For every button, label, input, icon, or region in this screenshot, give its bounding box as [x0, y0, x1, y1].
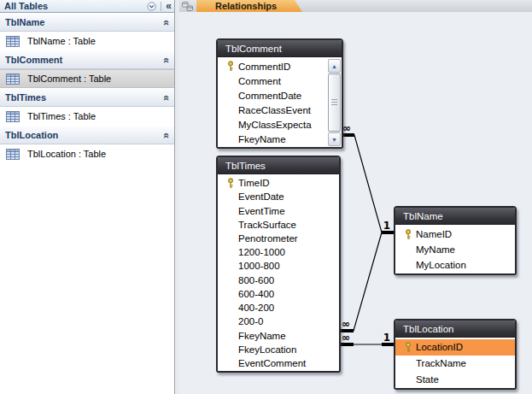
cardinality-many-label: ∞ [342, 318, 350, 330]
sidebar-group-header-tblname[interactable]: TblName« [0, 13, 174, 32]
cardinality-one-label: 1 [383, 220, 390, 232]
field-row-locationid[interactable]: LocationID [395, 339, 515, 356]
field-name: MyLocation [416, 260, 466, 270]
sidebar-item-label: TblName : Table [27, 36, 96, 46]
relationships-canvas: ∞1∞∞1 TblCommentCommentIDCommentCommentD… [179, 12, 532, 394]
shutter-bar-close-icon[interactable]: « [166, 2, 172, 10]
field-name: TimeID [238, 178, 270, 188]
sidebar-item-label: TblLocation : Table [27, 149, 106, 159]
table-box-field-list: LocationIDTrackNameState [395, 338, 515, 388]
field-name: MyName [416, 244, 455, 255]
table-box-tbllocation: TblLocationLocationIDTrackNameState [394, 319, 517, 390]
field-name: 600-400 [238, 289, 274, 299]
tab-relationships[interactable]: Relationships [196, 0, 302, 12]
field-name: FkeyLocation [238, 344, 296, 355]
table-box-field-list: TimeIDEventDateEventTimeTrackSurfacePeno… [218, 174, 339, 371]
field-row-600-400[interactable]: 600-400 [218, 287, 339, 301]
field-name: 400-200 [238, 303, 274, 313]
nav-pane: All Tables « TblName«TblName : TableTblC… [0, 0, 175, 394]
field-name: MyClassExpecta [238, 120, 312, 130]
table-icon [6, 36, 20, 47]
primary-key-icon [222, 61, 238, 72]
table-box-tblcomment: TblCommentCommentIDCommentCommentDateRac… [216, 38, 343, 149]
table-box-field-list: NameIDMyNameMyLocation [395, 225, 515, 273]
chevron-up-double-icon[interactable]: « [161, 95, 172, 100]
table-box-title-bar[interactable]: TblLocation [395, 320, 515, 338]
sidebar-group-header-tblcomment[interactable]: TblComment« [0, 50, 174, 69]
nav-pane-header[interactable]: All Tables « [0, 0, 174, 13]
field-row-trackname[interactable]: TrackName [395, 356, 515, 372]
scroll-down-icon[interactable]: ▼ [328, 132, 341, 146]
field-row-800-600[interactable]: 800-600 [218, 273, 339, 287]
field-name: Comment [238, 76, 281, 86]
field-row-400-200[interactable]: 400-200 [218, 301, 339, 315]
field-row-mylocation[interactable]: MyLocation [395, 257, 515, 273]
primary-key-icon [400, 229, 416, 240]
cardinality-many-label: ∞ [342, 122, 351, 134]
sidebar-group-list: TblName«TblName : TableTblComment«TblCom… [0, 13, 174, 163]
vertical-scrollbar[interactable]: ▲▼ [328, 59, 341, 146]
field-row-200-0[interactable]: 200-0 [218, 315, 339, 328]
primary-key-icon [222, 178, 238, 189]
field-row-myclassexpecta[interactable]: MyClassExpecta [218, 117, 342, 132]
tab-bar: Relationships [179, 0, 532, 13]
field-name: 800-600 [238, 275, 274, 285]
field-row-state[interactable]: State [395, 371, 515, 387]
field-row-eventdate[interactable]: EventDate [218, 190, 339, 203]
field-row-eventtime[interactable]: EventTime [218, 203, 339, 217]
field-name: EventDate [238, 191, 284, 202]
table-icon [6, 74, 20, 85]
chevron-down-circle-icon[interactable] [147, 2, 161, 11]
table-box-tblname: TblNameNameIDMyNameMyLocation [394, 206, 517, 275]
field-row-eventcomment[interactable]: EventComment [218, 356, 339, 370]
field-row-fkeylocation[interactable]: FkeyLocation [218, 343, 339, 356]
field-name: 1200-1000 [238, 247, 285, 257]
scroll-up-icon[interactable]: ▲ [328, 59, 341, 73]
field-row-fkeyname[interactable]: FkeyName [218, 328, 339, 342]
relationship-line-tblcomment-fkeyname-to-tblname-nameid[interactable]: ∞1 [339, 122, 395, 232]
chevron-up-double-icon[interactable]: « [161, 132, 172, 138]
group-title: TblComment [5, 55, 62, 65]
cardinality-one-label: 1 [383, 332, 390, 344]
field-name: State [416, 374, 439, 385]
sidebar-item-tbllocation[interactable]: TblLocation : Table [0, 144, 174, 163]
field-row-commentid[interactable]: CommentID [218, 59, 342, 74]
sidebar-item-tbltimes[interactable]: TblTimes : Table [0, 107, 174, 126]
table-box-title: TblLocation [403, 324, 453, 334]
field-row-raceclassevent[interactable]: RaceClassEvent [218, 103, 342, 117]
relationship-line-tbltimes-fkeylocation-to-tbllocation-locationid[interactable]: ∞1 [338, 332, 395, 344]
table-box-tbltimes: TblTimesTimeIDEventDateEventTimeTrackSur… [216, 156, 341, 373]
field-row-fkeyname[interactable]: FkeyName [218, 132, 342, 146]
field-row-myname[interactable]: MyName [395, 242, 515, 257]
sidebar-item-tblcomment[interactable]: TblComment : Table [0, 69, 174, 88]
scrollbar-thumb[interactable] [328, 74, 341, 132]
chevron-up-double-icon[interactable]: « [161, 20, 172, 25]
relationship-line-tbltimes-fkeyname-to-tblname-nameid[interactable]: ∞ [338, 232, 382, 331]
table-box-title-bar[interactable]: TblTimes [218, 157, 339, 174]
field-name: Penotrometer [238, 233, 298, 244]
tab-label: Relationships [215, 1, 277, 11]
field-row-nameid[interactable]: NameID [395, 226, 515, 242]
nav-pane-title: All Tables [4, 1, 147, 11]
chevron-up-double-icon[interactable]: « [161, 57, 172, 62]
field-row-1000-800[interactable]: 1000-800 [218, 259, 339, 273]
document-area: Relationships ∞1∞∞1 TblCommentCommentIDC… [179, 0, 532, 394]
field-name: RaceClassEvent [238, 105, 311, 115]
field-row-comment[interactable]: Comment [218, 74, 342, 88]
table-box-title-bar[interactable]: TblComment [218, 40, 342, 57]
field-row-timeid[interactable]: TimeID [218, 176, 339, 190]
group-title: TblLocation [5, 130, 58, 140]
sidebar-group-header-tbllocation[interactable]: TblLocation« [0, 126, 174, 144]
table-box-title-bar[interactable]: TblName [395, 208, 515, 225]
sidebar-group-header-tbltimes[interactable]: TblTimes« [0, 88, 174, 107]
group-title: TblTimes [5, 92, 46, 103]
field-row-tracksurface[interactable]: TrackSurface [218, 218, 339, 232]
sidebar-item-tblname[interactable]: TblName : Table [0, 32, 174, 50]
field-row-penotrometer[interactable]: Penotrometer [218, 232, 339, 245]
primary-key-icon [400, 342, 416, 353]
field-row-1200-1000[interactable]: 1200-1000 [218, 245, 339, 259]
field-row-commentdate[interactable]: CommentDate [218, 88, 342, 103]
field-name: EventTime [238, 206, 285, 216]
relationships-icon [182, 2, 193, 11]
cardinality-many-label: ∞ [342, 332, 350, 344]
